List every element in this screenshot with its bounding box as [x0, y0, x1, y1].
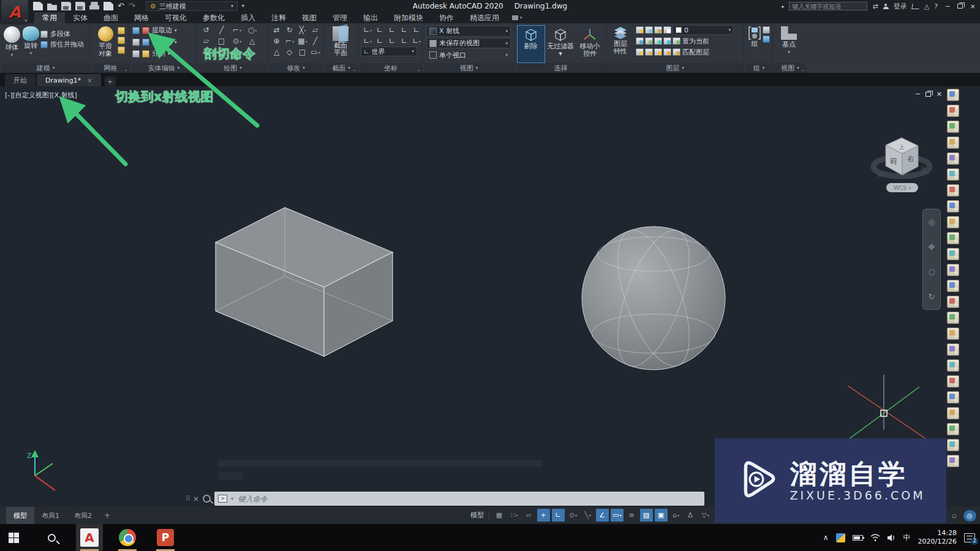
group-button[interactable]: 组 [747, 25, 763, 48]
help-search-input[interactable] [789, 2, 867, 10]
layer-color-icon[interactable] [663, 26, 671, 34]
plugin-icon[interactable] [947, 312, 959, 324]
ribbon-tab[interactable]: 网格 [126, 12, 157, 23]
restore-drawing-icon[interactable] [925, 92, 931, 97]
ucs-icon[interactable]: ∟▾ [361, 25, 374, 35]
print-preview-icon[interactable] [104, 2, 113, 10]
layer-properties-button[interactable]: 图层特性 [608, 25, 633, 56]
start-tab[interactable]: 开始 [5, 74, 36, 86]
plugin-icon[interactable] [947, 184, 959, 197]
layer-sun-icon[interactable] [654, 48, 662, 56]
transparency-icon[interactable]: ▨ [640, 509, 653, 522]
mesh-tool-icon[interactable] [118, 37, 125, 44]
redo-icon[interactable]: ↷ [129, 2, 135, 10]
ucs-named-icon[interactable]: ∟▾ [410, 36, 423, 46]
rotate-icon[interactable]: ↻ [283, 25, 296, 35]
battery-icon[interactable] [853, 535, 863, 541]
ungroup-icon[interactable] [763, 36, 770, 43]
ribbon-tab[interactable]: 曲面 [96, 12, 126, 23]
infer-constraints-icon[interactable]: ▱ [522, 509, 535, 522]
workspace-switcher[interactable]: ⚙ 三维建模 ▾ [146, 1, 238, 11]
ucs-object-icon[interactable]: ∟ [398, 25, 411, 35]
panel-label-coordinates[interactable]: 坐标⌄ [360, 63, 422, 73]
layer-thaw-icon[interactable] [645, 48, 653, 56]
plugin-icon[interactable] [947, 423, 959, 435]
ucs-view-icon[interactable]: ∟ [410, 25, 423, 35]
close-tab-icon[interactable]: × [87, 77, 92, 84]
ribbon-tab[interactable]: 实体 [65, 12, 96, 23]
plugin-icon[interactable] [947, 264, 959, 276]
ribbon-tab[interactable]: 协作 [431, 12, 462, 23]
polyline-icon[interactable]: ↺ [200, 25, 213, 35]
new-file-icon[interactable] [33, 2, 43, 10]
selection-filter-icon[interactable]: ▽▾ [699, 509, 712, 522]
ribbon-tab[interactable]: 输出 [355, 12, 386, 23]
copy-icon[interactable]: ▱ [309, 25, 322, 35]
layout-tab[interactable]: 布局2 [67, 507, 99, 524]
grid-icon[interactable]: ▦ [493, 509, 506, 522]
model-space-toggle[interactable]: 模型 [469, 509, 485, 522]
panel-label-selection[interactable]: 选择 [516, 63, 606, 73]
restore-button[interactable] [957, 4, 963, 9]
polygon-icon[interactable]: ▱ [200, 36, 213, 46]
plugin-icon[interactable] [947, 248, 959, 260]
culling-button[interactable]: 剔除 [517, 25, 545, 63]
plugin-icon[interactable] [947, 407, 959, 419]
panel-label-mesh[interactable]: 网格⌄ [92, 63, 129, 73]
section-plane-button[interactable]: 截面平面 [326, 25, 355, 58]
selection-cycling-icon[interactable]: ▣ [655, 509, 668, 522]
wifi-icon[interactable] [870, 534, 880, 542]
layer-off-icon[interactable] [636, 26, 644, 34]
undo-icon[interactable]: ↶ [118, 2, 124, 10]
line-icon[interactable]: ╱ [215, 25, 228, 35]
annotation-monitor-icon[interactable]: ▫ [948, 509, 961, 522]
osnap-3d-icon[interactable]: ⌂▾ [669, 509, 682, 522]
navigation-bar[interactable]: ◎ ✥ ○ ↻ [922, 209, 941, 310]
chevron-down-icon[interactable]: ▾ [231, 497, 233, 501]
layout-tab[interactable]: 模型 [6, 507, 34, 524]
dynamic-ucs-icon[interactable]: ∆ [684, 509, 697, 522]
isolate-objects-icon[interactable]: ◎ [963, 510, 976, 522]
drag-handle-icon[interactable]: ⠿ [186, 495, 189, 503]
revolve-button[interactable]: 旋转▾ [21, 25, 40, 58]
new-layout-button[interactable]: + [99, 511, 115, 520]
extrude-face-row[interactable]: 拉伸面▾ [132, 37, 177, 47]
plugin-icon[interactable] [947, 137, 959, 149]
ribbon-tab[interactable]: 参数化 [195, 12, 233, 23]
plugin-icon[interactable] [947, 280, 959, 292]
ucs-z-icon[interactable]: ∟ [373, 36, 386, 46]
help-icon[interactable]: ? [934, 2, 938, 10]
panel-label-layers[interactable]: 图层▾ [606, 63, 744, 73]
layer-freeze2-icon[interactable] [654, 37, 662, 45]
panel-label-modify[interactable]: 修改▾ [269, 63, 323, 73]
ucs-origin-icon[interactable]: ∟▾ [361, 36, 374, 46]
plugin-icon[interactable] [947, 89, 959, 101]
scale-icon[interactable]: □ [296, 47, 309, 57]
plugin-icon[interactable] [947, 105, 959, 117]
layer-dropdown[interactable]: 0▾ [673, 25, 734, 35]
smooth-object-button[interactable]: 平滑对象 [93, 25, 118, 58]
ribbon-tab[interactable]: 精选应用 [462, 12, 507, 23]
rectangle-icon[interactable]: □ [215, 36, 228, 46]
offset-icon[interactable]: ◇ [283, 47, 296, 57]
viewport-config-dropdown[interactable]: 单个视口▾ [426, 50, 511, 61]
make-current-button[interactable]: 置为当前 [673, 36, 709, 46]
wcs-button[interactable]: WCS▾ [886, 183, 918, 192]
plugin-icon[interactable] [947, 296, 959, 308]
ucs-face-icon[interactable]: ∟ [385, 25, 399, 35]
ucs-named-dropdown[interactable]: ∟世界▾ [361, 47, 417, 56]
ribbon-tab[interactable]: 管理 [325, 12, 355, 23]
plugin-icon[interactable] [947, 328, 959, 340]
fillet-icon[interactable]: ⌐▾ [283, 36, 296, 46]
ribbon-tab[interactable]: 附加模块 [386, 12, 431, 23]
viewport-controls-label[interactable]: [-][自定义视图][X 射线] [5, 91, 77, 100]
presspull-button[interactable]: 按住并拖动 [40, 40, 84, 49]
layer-lock2-icon[interactable] [663, 37, 671, 45]
plugin-icon[interactable] [947, 343, 959, 356]
array-icon[interactable]: ▦▾ [296, 36, 309, 46]
taskbar-autocad-button[interactable]: A [76, 524, 103, 551]
ribbon-tab[interactable]: 注释 [263, 12, 294, 23]
plugin-icon[interactable] [947, 152, 959, 165]
taskbar-chrome-button[interactable] [114, 524, 141, 551]
isodraft-icon[interactable]: ╲▾ [581, 509, 594, 522]
